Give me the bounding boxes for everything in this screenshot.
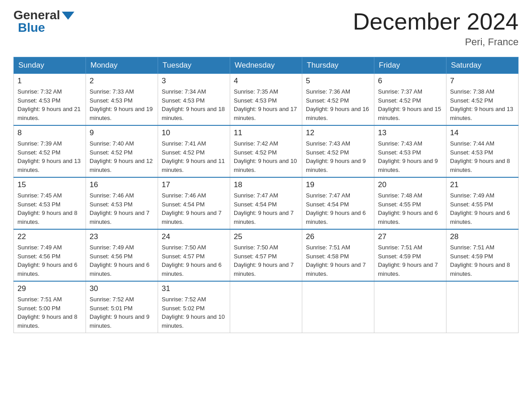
sunrise-label: Sunrise: 7:50 AM: [162, 244, 206, 251]
day-info: Sunrise: 7:50 AM Sunset: 4:57 PM Dayligh…: [162, 243, 226, 278]
sunset-label: Sunset: 4:52 PM: [450, 97, 493, 104]
day-header-friday: Friday: [374, 57, 446, 74]
logo: General Blue: [13, 9, 74, 34]
day-info: Sunrise: 7:37 AM Sunset: 4:52 PM Dayligh…: [378, 87, 442, 122]
day-info: Sunrise: 7:44 AM Sunset: 4:53 PM Dayligh…: [450, 139, 515, 174]
sunset-label: Sunset: 4:59 PM: [378, 253, 421, 260]
sunset-label: Sunset: 5:01 PM: [90, 305, 133, 312]
day-info: Sunrise: 7:49 AM Sunset: 4:55 PM Dayligh…: [450, 191, 515, 226]
sunset-label: Sunset: 4:53 PM: [234, 97, 277, 104]
sunrise-label: Sunrise: 7:51 AM: [378, 244, 422, 251]
calendar-cell: 10 Sunrise: 7:41 AM Sunset: 4:52 PM Dayl…: [158, 125, 230, 177]
sunrise-label: Sunrise: 7:38 AM: [450, 88, 494, 95]
calendar-cell: 18 Sunrise: 7:47 AM Sunset: 4:54 PM Dayl…: [230, 177, 302, 229]
sunrise-label: Sunrise: 7:45 AM: [17, 192, 62, 199]
sunset-label: Sunset: 4:52 PM: [306, 97, 349, 104]
day-info: Sunrise: 7:49 AM Sunset: 4:56 PM Dayligh…: [17, 243, 82, 278]
calendar-cell: 28 Sunrise: 7:51 AM Sunset: 4:59 PM Dayl…: [446, 229, 519, 281]
sunset-label: Sunset: 4:52 PM: [17, 149, 60, 156]
title-section: December 2024 Peri, France: [353, 9, 519, 48]
calendar-cell: 20 Sunrise: 7:48 AM Sunset: 4:55 PM Dayl…: [374, 177, 446, 229]
day-number: 23: [90, 232, 154, 241]
day-number: 26: [306, 232, 370, 241]
sunset-label: Sunset: 4:53 PM: [17, 201, 60, 208]
sunset-label: Sunset: 4:54 PM: [162, 201, 205, 208]
sunset-label: Sunset: 4:52 PM: [162, 149, 205, 156]
daylight-label: Daylight: 9 hours and 6 minutes.: [90, 261, 150, 277]
day-number: 29: [17, 284, 82, 293]
calendar-cell: 16 Sunrise: 7:46 AM Sunset: 4:53 PM Dayl…: [86, 177, 158, 229]
sunset-label: Sunset: 5:02 PM: [162, 305, 205, 312]
day-number: 9: [90, 128, 154, 137]
calendar-cell: 4 Sunrise: 7:35 AM Sunset: 4:53 PM Dayli…: [230, 74, 302, 126]
calendar-cell: 19 Sunrise: 7:47 AM Sunset: 4:54 PM Dayl…: [302, 177, 374, 229]
day-info: Sunrise: 7:50 AM Sunset: 4:57 PM Dayligh…: [234, 243, 298, 278]
daylight-label: Daylight: 9 hours and 15 minutes.: [378, 106, 441, 121]
day-info: Sunrise: 7:45 AM Sunset: 4:53 PM Dayligh…: [17, 191, 82, 226]
calendar-cell: 31 Sunrise: 7:52 AM Sunset: 5:02 PM Dayl…: [158, 281, 230, 333]
day-info: Sunrise: 7:33 AM Sunset: 4:53 PM Dayligh…: [90, 87, 154, 122]
calendar-cell: 1 Sunrise: 7:32 AM Sunset: 4:53 PM Dayli…: [14, 74, 86, 126]
daylight-label: Daylight: 9 hours and 7 minutes.: [162, 210, 222, 225]
daylight-label: Daylight: 9 hours and 13 minutes.: [450, 106, 513, 121]
daylight-label: Daylight: 9 hours and 8 minutes.: [17, 313, 77, 329]
day-number: 18: [234, 180, 298, 189]
daylight-label: Daylight: 9 hours and 7 minutes.: [234, 261, 294, 277]
sunrise-label: Sunrise: 7:47 AM: [234, 192, 278, 199]
calendar-week-row: 8 Sunrise: 7:39 AM Sunset: 4:52 PM Dayli…: [14, 125, 519, 177]
day-number: 1: [17, 77, 82, 86]
calendar-cell: 26 Sunrise: 7:51 AM Sunset: 4:58 PM Dayl…: [302, 229, 374, 281]
sunrise-label: Sunrise: 7:51 AM: [17, 296, 62, 303]
logo-general-text: General: [13, 9, 60, 21]
daylight-label: Daylight: 9 hours and 6 minutes.: [162, 261, 222, 277]
calendar-table: SundayMondayTuesdayWednesdayThursdayFrid…: [13, 57, 519, 333]
day-number: 7: [450, 77, 515, 86]
calendar-cell: 17 Sunrise: 7:46 AM Sunset: 4:54 PM Dayl…: [158, 177, 230, 229]
daylight-label: Daylight: 9 hours and 6 minutes.: [378, 210, 438, 225]
day-info: Sunrise: 7:51 AM Sunset: 5:00 PM Dayligh…: [17, 295, 82, 330]
calendar-cell: 22 Sunrise: 7:49 AM Sunset: 4:56 PM Dayl…: [14, 229, 86, 281]
sunrise-label: Sunrise: 7:41 AM: [162, 140, 206, 147]
sunrise-label: Sunrise: 7:43 AM: [378, 140, 422, 147]
daylight-label: Daylight: 9 hours and 7 minutes.: [90, 210, 150, 225]
daylight-label: Daylight: 9 hours and 9 minutes.: [306, 158, 366, 173]
day-header-wednesday: Wednesday: [230, 57, 302, 74]
day-header-tuesday: Tuesday: [158, 57, 230, 74]
sunrise-label: Sunrise: 7:49 AM: [450, 192, 494, 199]
day-info: Sunrise: 7:32 AM Sunset: 4:53 PM Dayligh…: [17, 87, 82, 122]
sunset-label: Sunset: 4:52 PM: [90, 149, 133, 156]
sunset-label: Sunset: 5:00 PM: [17, 305, 60, 312]
sunset-label: Sunset: 4:53 PM: [90, 97, 133, 104]
calendar-cell: 25 Sunrise: 7:50 AM Sunset: 4:57 PM Dayl…: [230, 229, 302, 281]
sunrise-label: Sunrise: 7:49 AM: [17, 244, 62, 251]
day-info: Sunrise: 7:43 AM Sunset: 4:52 PM Dayligh…: [306, 139, 370, 174]
day-number: 13: [378, 128, 442, 137]
daylight-label: Daylight: 9 hours and 9 minutes.: [90, 313, 150, 329]
calendar-cell: [302, 281, 374, 333]
sunset-label: Sunset: 4:57 PM: [234, 253, 277, 260]
calendar-cell: 8 Sunrise: 7:39 AM Sunset: 4:52 PM Dayli…: [14, 125, 86, 177]
sunset-label: Sunset: 4:53 PM: [378, 149, 421, 156]
sunrise-label: Sunrise: 7:42 AM: [234, 140, 278, 147]
calendar-cell: 14 Sunrise: 7:44 AM Sunset: 4:53 PM Dayl…: [446, 125, 519, 177]
sunset-label: Sunset: 4:54 PM: [234, 201, 277, 208]
day-number: 27: [378, 232, 442, 241]
sunrise-label: Sunrise: 7:32 AM: [17, 88, 62, 95]
calendar-cell: 9 Sunrise: 7:40 AM Sunset: 4:52 PM Dayli…: [86, 125, 158, 177]
day-number: 10: [162, 128, 226, 137]
calendar-cell: [230, 281, 302, 333]
daylight-label: Daylight: 9 hours and 21 minutes.: [17, 106, 81, 121]
day-info: Sunrise: 7:34 AM Sunset: 4:53 PM Dayligh…: [162, 87, 226, 122]
sunset-label: Sunset: 4:56 PM: [90, 253, 133, 260]
sunrise-label: Sunrise: 7:34 AM: [162, 88, 206, 95]
day-info: Sunrise: 7:43 AM Sunset: 4:53 PM Dayligh…: [378, 139, 442, 174]
sunrise-label: Sunrise: 7:39 AM: [17, 140, 62, 147]
daylight-label: Daylight: 9 hours and 12 minutes.: [90, 158, 153, 173]
sunrise-label: Sunrise: 7:48 AM: [378, 192, 422, 199]
day-info: Sunrise: 7:42 AM Sunset: 4:52 PM Dayligh…: [234, 139, 298, 174]
calendar-cell: 13 Sunrise: 7:43 AM Sunset: 4:53 PM Dayl…: [374, 125, 446, 177]
sunrise-label: Sunrise: 7:40 AM: [90, 140, 134, 147]
calendar-cell: [446, 281, 519, 333]
day-info: Sunrise: 7:35 AM Sunset: 4:53 PM Dayligh…: [234, 87, 298, 122]
sunset-label: Sunset: 4:59 PM: [450, 253, 493, 260]
